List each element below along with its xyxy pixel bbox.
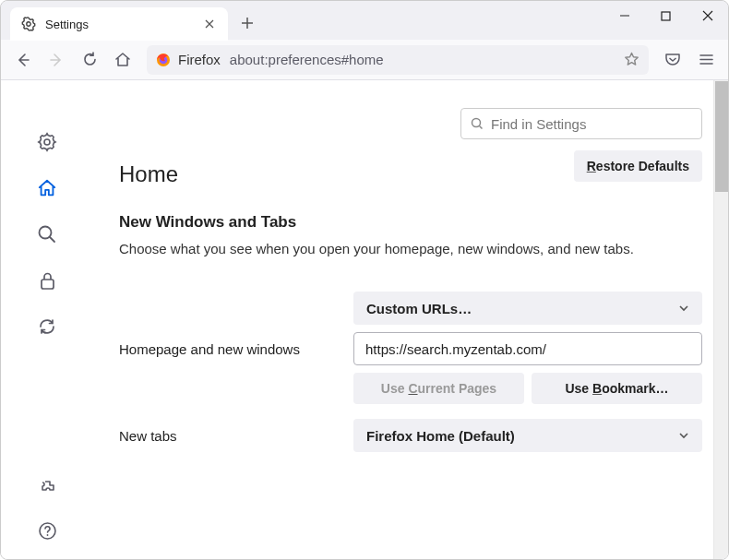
settings-search[interactable]: Find in Settings bbox=[460, 108, 702, 139]
dropdown-value: Firefox Home (Default) bbox=[366, 428, 515, 444]
scrollbar-thumb[interactable] bbox=[715, 81, 728, 192]
privacy-icon[interactable] bbox=[37, 270, 57, 291]
home-button[interactable] bbox=[108, 45, 137, 75]
close-tab-icon[interactable] bbox=[202, 17, 217, 31]
svg-rect-0 bbox=[662, 12, 670, 20]
homepage-label: Homepage and new windows bbox=[119, 341, 337, 357]
app-menu-button[interactable] bbox=[691, 45, 721, 75]
toolbar: Firefox about:preferences#home bbox=[1, 40, 728, 80]
homepage-mode-dropdown[interactable]: Custom URLs… bbox=[353, 292, 702, 325]
tab-label: Settings bbox=[45, 18, 89, 31]
url-text: about:preferences#home bbox=[230, 52, 384, 67]
svg-point-7 bbox=[472, 119, 481, 127]
chevron-down-icon bbox=[678, 430, 689, 441]
extensions-icon[interactable] bbox=[37, 478, 57, 498]
search-placeholder: Find in Settings bbox=[491, 116, 586, 132]
sync-icon[interactable] bbox=[37, 316, 57, 337]
section-heading: New Windows and Tabs bbox=[119, 213, 702, 232]
identity-box: Firefox bbox=[156, 52, 221, 67]
preferences-main: Find in Settings Home Restore Defaults N… bbox=[93, 80, 728, 559]
use-current-pages-button[interactable]: Use Current Pages bbox=[353, 373, 524, 404]
restore-defaults-button[interactable]: Restore Defaults bbox=[574, 150, 702, 182]
bookmark-star-icon[interactable] bbox=[624, 52, 639, 67]
forward-button[interactable] bbox=[42, 45, 71, 75]
url-bar[interactable]: Firefox about:preferences#home bbox=[147, 45, 649, 75]
maximize-button[interactable] bbox=[645, 1, 687, 30]
new-tab-button[interactable] bbox=[233, 9, 261, 37]
pocket-button[interactable] bbox=[658, 45, 687, 75]
vertical-scrollbar[interactable] bbox=[713, 80, 728, 559]
minimize-button[interactable] bbox=[604, 1, 645, 30]
chevron-down-icon bbox=[678, 303, 689, 314]
svg-rect-4 bbox=[42, 280, 54, 289]
close-window-button[interactable] bbox=[687, 1, 728, 30]
help-icon[interactable] bbox=[37, 520, 57, 541]
dropdown-value: Custom URLs… bbox=[366, 301, 472, 316]
tab-strip: Settings bbox=[1, 1, 728, 40]
window-controls bbox=[604, 1, 728, 40]
firefox-icon bbox=[156, 53, 171, 67]
search-sidebar-icon[interactable] bbox=[37, 224, 57, 244]
newtabs-label: New tabs bbox=[119, 428, 337, 444]
svg-point-6 bbox=[46, 534, 48, 536]
home-sidebar-icon[interactable] bbox=[37, 178, 57, 198]
identity-label: Firefox bbox=[178, 52, 221, 67]
reload-button[interactable] bbox=[75, 45, 104, 75]
preferences-sidebar bbox=[1, 80, 93, 559]
general-icon[interactable] bbox=[37, 132, 57, 152]
back-button[interactable] bbox=[8, 45, 38, 75]
gear-icon bbox=[21, 17, 36, 31]
newtabs-dropdown[interactable]: Firefox Home (Default) bbox=[353, 419, 702, 452]
use-bookmark-button[interactable]: Use Bookmark… bbox=[532, 373, 702, 404]
search-icon bbox=[471, 117, 484, 130]
section-description: Choose what you see when you open your h… bbox=[119, 239, 702, 258]
tab-settings[interactable]: Settings bbox=[10, 7, 228, 41]
homepage-url-input[interactable] bbox=[353, 332, 702, 365]
content-area: Find in Settings Home Restore Defaults N… bbox=[1, 80, 728, 559]
